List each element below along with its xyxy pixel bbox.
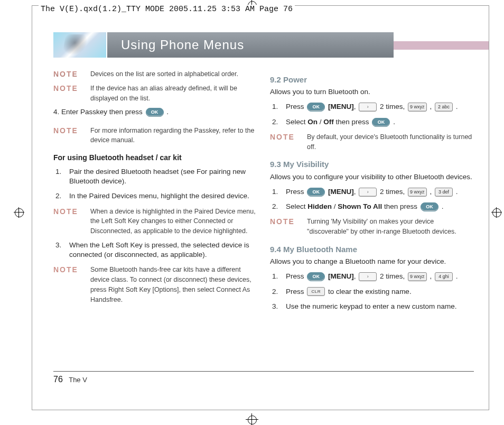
note-text: By default, your device's Bluetooth func… [307, 132, 474, 152]
numbered-step: 1. Press OK [MENU], 2 times, 9 wxyz , 2 … [270, 102, 474, 112]
step-line: 4. Enter Passkey then press OK . [53, 107, 257, 117]
note-label: NOTE [53, 126, 84, 146]
crop-mark-left [14, 207, 24, 218]
crop-mark-bottom [246, 413, 258, 425]
note-text: Devices on the list are sorted in alphab… [90, 69, 238, 79]
note-label: NOTE [53, 207, 84, 236]
nav-right-key-icon [359, 188, 377, 197]
key-9-icon: 9 wxyz [408, 103, 427, 112]
footer-rule [53, 371, 474, 372]
key-2-icon: 2 abc [435, 103, 453, 112]
note-text: If the device has an alias already defin… [90, 84, 257, 104]
note-block: NOTE For more information regarding the … [53, 126, 257, 146]
note-text: For more information regarding the Passk… [90, 126, 257, 146]
numbered-step: 3. Use the numeric keypad to enter a new… [270, 302, 474, 311]
page-frame: The V(E).qxd(1.2)_TTY MODE 2005.11.25 3:… [32, 5, 489, 410]
section-intro: Allows you to configure your visibility … [270, 172, 474, 182]
numbered-step: 3. When the Left Soft Key is pressed, th… [53, 241, 257, 260]
page-number: 76 [53, 375, 63, 384]
numbered-step: 1. Pair the desired Bluetooth headset (s… [53, 167, 257, 186]
key-4-icon: 4 ghi [435, 272, 453, 281]
header-accent-bar [394, 41, 489, 50]
note-text: When a device is highlighted in the Pair… [90, 207, 257, 236]
header-photo [53, 32, 107, 58]
numbered-step: 2. Press CLR to clear the existing name. [270, 287, 474, 297]
ok-key-icon: OK [307, 272, 325, 281]
chapter-title: Using Phone Menus [107, 32, 394, 58]
section-heading: 9.2 Power [270, 75, 474, 85]
note-block: NOTE Devices on the list are sorted in a… [53, 69, 257, 79]
numbered-step: 1. Press OK [MENU], 2 times, 9 wxyz , 4 … [270, 272, 474, 281]
note-block: NOTE If the device has an alias already … [53, 84, 257, 104]
ok-key-icon: OK [372, 118, 390, 127]
ok-key-icon: OK [421, 202, 438, 211]
note-text: Some Bluetooth hands-free car kits have … [90, 265, 257, 304]
numbered-step: 2. Select Hidden / Shown To All then pre… [270, 202, 474, 211]
section-intro: Allows you to turn Bluetooth on. [270, 87, 474, 97]
note-block: NOTE Some Bluetooth hands-free car kits … [53, 265, 257, 304]
sub-heading: For using Bluetooth headset / car kit [53, 153, 257, 163]
ok-key-icon: OK [146, 108, 164, 117]
note-block: NOTE By default, your device's Bluetooth… [270, 132, 474, 152]
left-column: NOTE Devices on the list are sorted in a… [53, 67, 257, 362]
numbered-step: 1. Press OK [MENU], 2 times, 9 wxyz , 3 … [270, 187, 474, 197]
section-heading: 9.3 My Visibility [270, 159, 474, 170]
numbered-step: 2. In the Paired Devices menu, highlight… [53, 191, 257, 201]
numbered-step: 2. Select On / Off then press OK . [270, 117, 474, 127]
note-label: NOTE [270, 132, 301, 152]
book-name: The V [69, 376, 87, 384]
note-block: NOTE When a device is highlighted in the… [53, 207, 257, 236]
key-9-icon: 9 wxyz [408, 188, 427, 197]
right-column: 9.2 Power Allows you to turn Bluetooth o… [270, 67, 474, 362]
note-text: Turning 'My Visibility' on makes your de… [307, 217, 474, 237]
nav-right-key-icon [359, 272, 377, 281]
note-block: NOTE Turning 'My Visibility' on makes yo… [270, 217, 474, 237]
chapter-header: Using Phone Menus [53, 32, 489, 58]
key-3-icon: 3 def [435, 188, 453, 197]
crop-mark-right [491, 207, 502, 218]
section-heading: 9.4 My Bluetooth Name [270, 244, 474, 255]
key-9-icon: 9 wxyz [408, 272, 427, 281]
clr-key-icon: CLR [307, 287, 325, 296]
page-footer: 76 The V [53, 375, 87, 384]
nav-right-key-icon [359, 103, 377, 112]
note-label: NOTE [270, 217, 301, 237]
note-label: NOTE [53, 265, 84, 304]
note-label: NOTE [53, 84, 84, 104]
ok-key-icon: OK [307, 188, 325, 197]
crop-info-line: The V(E).qxd(1.2)_TTY MODE 2005.11.25 3:… [39, 5, 295, 14]
note-label: NOTE [53, 69, 84, 79]
body-columns: NOTE Devices on the list are sorted in a… [53, 67, 474, 362]
section-intro: Allows you to change a Bluetooth name fo… [270, 257, 474, 266]
ok-key-icon: OK [307, 103, 325, 112]
